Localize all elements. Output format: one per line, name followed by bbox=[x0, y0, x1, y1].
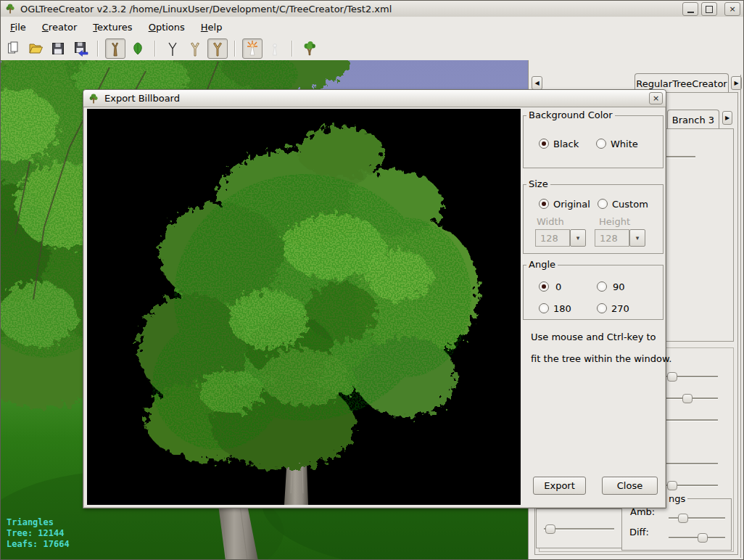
minimize-button[interactable] bbox=[682, 2, 698, 16]
light-on-icon bbox=[244, 40, 261, 57]
custom-radio[interactable] bbox=[598, 199, 608, 209]
stats-title: Triangles bbox=[7, 517, 70, 528]
angle-270-radio[interactable] bbox=[597, 303, 607, 313]
menu-options[interactable]: Options bbox=[142, 18, 191, 36]
original-radio[interactable] bbox=[539, 199, 549, 209]
height-combobox: 128 bbox=[595, 229, 629, 247]
menu-bar: File Creator Textures Options Help bbox=[1, 17, 743, 38]
arrow-right-icon: ▶ bbox=[734, 80, 738, 86]
black-radio-label[interactable]: Black bbox=[553, 139, 579, 149]
stats-tree: Tree: 12144 bbox=[7, 528, 70, 539]
trunk-icon bbox=[107, 40, 124, 57]
branch-solid-button[interactable] bbox=[207, 38, 228, 59]
light-on-button[interactable] bbox=[242, 38, 263, 59]
toolbar-separator bbox=[154, 41, 156, 57]
save-as-button[interactable] bbox=[70, 38, 91, 59]
angle-180-radio[interactable] bbox=[539, 303, 549, 313]
arrow-left-icon: ◀ bbox=[534, 80, 539, 86]
angle-0-radio[interactable] bbox=[539, 281, 549, 292]
leaf-icon bbox=[129, 40, 146, 57]
tree-icon bbox=[301, 40, 318, 57]
hint-line-1: Use mouse and Ctrl-key to bbox=[531, 332, 656, 342]
dialog-close-button[interactable]: × bbox=[649, 92, 663, 104]
toolbar bbox=[1, 37, 743, 61]
width-combobox: 128 bbox=[535, 229, 570, 247]
menu-help[interactable]: Help bbox=[194, 18, 229, 36]
angle-90-radio[interactable] bbox=[597, 281, 607, 292]
light-settings-label: ngs bbox=[666, 493, 687, 504]
export-button[interactable]: Export bbox=[533, 477, 586, 495]
dialog-titlebar: Export Billboard × bbox=[83, 90, 666, 107]
toolbar-separator bbox=[292, 41, 293, 57]
width-dropdown-button: ▾ bbox=[570, 229, 586, 247]
height-label: Height bbox=[599, 216, 630, 227]
original-radio-label[interactable]: Original bbox=[553, 199, 590, 210]
branch-tab-next-button[interactable]: ▶ bbox=[722, 111, 732, 125]
white-radio[interactable] bbox=[596, 139, 606, 149]
angle-270-label[interactable]: 270 bbox=[611, 303, 629, 314]
app-window: OGLTreeCreator v2.3.2 /home/LinuxUser/De… bbox=[0, 0, 744, 560]
angle-0-label[interactable]: 0 bbox=[555, 281, 561, 292]
dialog-tree-icon bbox=[88, 93, 99, 104]
open-file-icon bbox=[27, 40, 44, 57]
toolbar-separator bbox=[234, 41, 236, 57]
size-label: Size bbox=[526, 178, 550, 189]
custom-radio-label[interactable]: Custom bbox=[612, 199, 648, 210]
triangle-stats: Triangles Tree: 12144 Leafs: 17664 bbox=[7, 517, 70, 550]
panel-edge-line bbox=[740, 75, 741, 558]
arrow-right-icon: ▶ bbox=[725, 115, 729, 121]
tab-scroll-left-button[interactable]: ◀ bbox=[532, 76, 542, 90]
dialog-title: Export Billboard bbox=[104, 93, 180, 104]
diffuse-label: Diff: bbox=[629, 527, 649, 538]
billboard-canvas[interactable] bbox=[87, 109, 521, 505]
menu-creator[interactable]: Creator bbox=[36, 18, 84, 36]
tab-branch-3[interactable]: Branch 3 bbox=[667, 110, 719, 129]
new-file-icon bbox=[4, 40, 22, 57]
window-title: OGLTreeCreator v2.3.2 /home/LinuxUser/De… bbox=[20, 4, 392, 15]
angle-180-label[interactable]: 180 bbox=[553, 303, 571, 314]
new-file-button[interactable] bbox=[3, 38, 23, 59]
close-button[interactable]: × bbox=[724, 2, 740, 16]
leaf-tool-button[interactable] bbox=[128, 38, 148, 59]
menu-textures[interactable]: Textures bbox=[86, 18, 139, 36]
light-off-button[interactable] bbox=[265, 38, 285, 59]
hint-line-2: fit the tree within the window. bbox=[531, 353, 671, 364]
angle-90-label[interactable]: 90 bbox=[613, 281, 625, 292]
app-tree-icon bbox=[4, 3, 16, 15]
menu-file[interactable]: File bbox=[4, 18, 33, 36]
background-color-label: Background Color bbox=[526, 110, 615, 120]
white-radio-label[interactable]: White bbox=[611, 139, 638, 149]
open-file-button[interactable] bbox=[25, 38, 46, 59]
close-icon: × bbox=[729, 4, 735, 14]
export-billboard-dialog: Export Billboard × bbox=[83, 89, 666, 508]
branch-outline-button[interactable] bbox=[185, 38, 205, 59]
branch-solid-icon bbox=[209, 40, 226, 57]
tree-preview-button[interactable] bbox=[299, 38, 320, 59]
save-file-button[interactable] bbox=[48, 38, 68, 59]
stats-leafs: Leafs: 17664 bbox=[7, 539, 70, 550]
maximize-button[interactable] bbox=[701, 2, 717, 16]
window-titlebar: OGLTreeCreator v2.3.2 /home/LinuxUser/De… bbox=[1, 1, 743, 17]
angle-label: Angle bbox=[526, 259, 558, 270]
black-radio[interactable] bbox=[539, 139, 549, 149]
dropdown-icon: ▾ bbox=[576, 234, 580, 242]
save-as-icon bbox=[72, 40, 89, 57]
close-dialog-button[interactable]: Close bbox=[602, 477, 658, 495]
minimize-icon bbox=[687, 12, 694, 13]
light-off-icon bbox=[266, 40, 284, 57]
save-file-icon bbox=[49, 40, 67, 57]
branch-wireframe-button[interactable] bbox=[162, 38, 183, 59]
toolbar-separator bbox=[97, 41, 99, 57]
close-icon: × bbox=[653, 94, 659, 103]
height-dropdown-button: ▾ bbox=[629, 229, 645, 247]
branch-outline-icon bbox=[186, 40, 204, 57]
maximize-icon bbox=[706, 6, 713, 13]
dropdown-icon: ▾ bbox=[636, 234, 640, 242]
width-label: Width bbox=[537, 216, 564, 227]
branch-wireframe-icon bbox=[164, 40, 181, 57]
trunk-tool-button[interactable] bbox=[105, 38, 125, 59]
